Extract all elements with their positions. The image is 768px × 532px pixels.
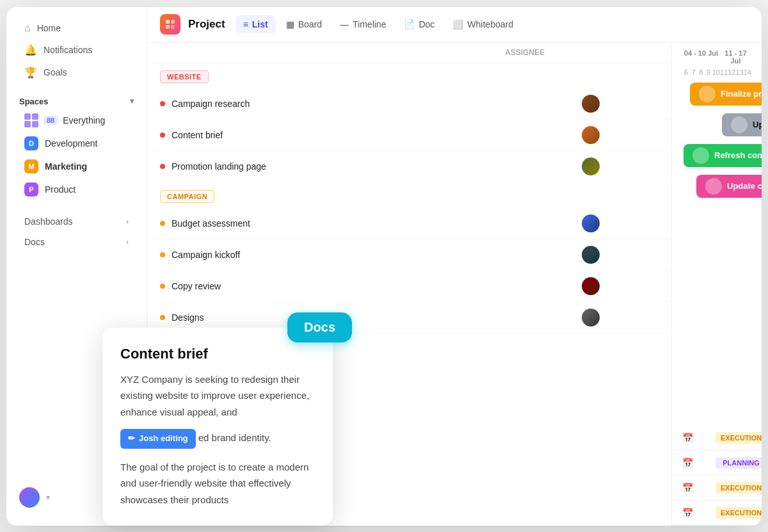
- avatar: [582, 309, 600, 326]
- docs-pill-label: Docs: [304, 320, 335, 334]
- avatar: [582, 246, 600, 264]
- dot-red-icon: [160, 133, 165, 138]
- tab-doc-label: Doc: [419, 19, 435, 29]
- campaign-tag: CAMPAIGN: [160, 190, 214, 203]
- docs-panel: Docs Content brief XYZ Company is seekin…: [102, 328, 333, 526]
- day-10: 10: [712, 67, 720, 77]
- task-label: Promotion landing page: [172, 161, 266, 172]
- top-nav: Project ≡ List ▦ Board — Timeline 📄 Doc …: [147, 7, 762, 43]
- status-badge-execution: EXECUTION: [716, 432, 762, 444]
- calendar-icon: 📅: [682, 483, 705, 493]
- bar-label-1: Finalize project scope: [721, 89, 762, 99]
- product-label: Product: [45, 184, 76, 195]
- gantt-bar-row-3: Refresh company website: [677, 144, 756, 167]
- task-name: Promotion landing page: [160, 161, 582, 172]
- project-title: Project: [188, 18, 225, 31]
- development-label: Development: [45, 138, 98, 149]
- sidebar-item-docs[interactable]: Docs ›: [12, 232, 141, 252]
- status-row-2: 📅 PLANNING ⚑: [672, 451, 762, 476]
- week2-label: 11 - 17 Jul: [720, 49, 751, 65]
- sidebar-notifications-label: Notifications: [44, 45, 92, 55]
- svg-rect-2: [166, 25, 170, 29]
- gantt-bar-row-1: Finalize project scope: [677, 83, 756, 106]
- tab-whiteboard[interactable]: ⬜ Whiteboard: [445, 15, 521, 33]
- day-14: 14: [744, 67, 751, 77]
- tab-whiteboard-label: Whiteboard: [467, 19, 513, 29]
- tab-list[interactable]: ≡ List: [236, 15, 276, 33]
- day-13: 13: [736, 67, 744, 77]
- sidebar-item-product[interactable]: P Product: [12, 178, 141, 201]
- task-name: Budget assessment: [160, 218, 582, 229]
- bar-avatar-1: [699, 86, 716, 102]
- avatar: [582, 157, 600, 175]
- sidebar-goals-label: Goals: [44, 67, 67, 77]
- gantt-bar-contractor: Update contractor agreement: [696, 175, 762, 198]
- bar-label-2: Update key objectives: [753, 120, 762, 129]
- sidebar-item-everything[interactable]: 88 Everything: [12, 109, 141, 132]
- task-name: Campaign research: [160, 99, 582, 109]
- table-row: Campaign research: [147, 88, 671, 120]
- bell-icon: 🔔: [24, 44, 37, 56]
- docs-text-2: ed brand identity.: [198, 432, 271, 443]
- website-tag: WEBSITE: [160, 70, 209, 83]
- task-label: Campaign kickoff: [172, 250, 240, 260]
- task-list-header: ASSIGNEE: [147, 43, 671, 63]
- sidebar-item-development[interactable]: D Development: [12, 132, 141, 155]
- task-label: Designs: [172, 312, 204, 323]
- chevron-down-icon[interactable]: ▾: [130, 97, 134, 106]
- docs-panel-text: XYZ Company is seeking to redesign their…: [120, 371, 315, 508]
- doc-icon: 📄: [404, 19, 415, 29]
- sidebar-item-notifications[interactable]: 🔔 Notifications: [12, 39, 141, 61]
- avatar: [582, 95, 600, 113]
- docs-pill-button[interactable]: Docs: [287, 312, 352, 343]
- spaces-label: Spaces: [19, 97, 49, 106]
- docs-text-1: XYZ Company is seeking to redesign their…: [120, 374, 309, 417]
- section-campaign: CAMPAIGN: [147, 182, 671, 208]
- gantt-days: 6 7 8 9 10 11 12 13 14: [682, 67, 751, 77]
- sidebar-item-marketing[interactable]: M Marketing: [12, 155, 141, 178]
- docs-text-3: The goal of the project is to create a m…: [120, 459, 315, 508]
- week1-label: 04 - 10 Jul: [682, 49, 720, 65]
- avatar: [582, 126, 600, 144]
- sidebar-item-goals[interactable]: 🏆 Goals: [12, 61, 141, 84]
- gantt-bar-finalize: Finalize project scope: [690, 83, 762, 106]
- development-badge: D: [24, 136, 38, 150]
- gantt-date-header: 04 - 10 Jul 11 - 17 Jul 6 7 8 9 10 11 12…: [672, 43, 762, 77]
- sidebar-home-label: Home: [37, 23, 61, 33]
- chevron-right-icon: ›: [126, 217, 129, 226]
- avatar: [582, 214, 600, 232]
- avatar: [582, 277, 600, 295]
- board-icon: ▦: [286, 19, 294, 29]
- status-badge-execution-2: EXECUTION: [716, 482, 762, 494]
- day-8: 8: [697, 67, 705, 77]
- tab-timeline[interactable]: — Timeline: [332, 15, 394, 33]
- docs-nav-label: Docs: [24, 237, 45, 247]
- sidebar-item-dashboards[interactable]: Dashboards ›: [12, 211, 141, 232]
- tab-board[interactable]: ▦ Board: [278, 15, 330, 33]
- dot-orange-icon: [160, 221, 165, 226]
- day-6: 6: [682, 67, 690, 77]
- project-logo: [160, 14, 180, 35]
- status-row-4: 📅 EXECUTION ⚑: [672, 501, 762, 526]
- dot-orange-icon: [160, 252, 165, 257]
- everything-label: Everything: [63, 115, 105, 125]
- svg-rect-0: [166, 20, 170, 24]
- chevron-right-icon-2: ›: [126, 238, 129, 246]
- day-9: 9: [705, 67, 712, 77]
- status-badge-planning: PLANNING: [716, 457, 762, 469]
- sidebar-item-home[interactable]: ⌂ Home: [12, 17, 141, 39]
- day-11: 11: [720, 67, 728, 77]
- tab-doc[interactable]: 📄 Doc: [396, 15, 442, 33]
- day-12: 12: [728, 67, 735, 77]
- task-label: Copy review: [172, 281, 221, 291]
- task-name: Campaign kickoff: [160, 250, 582, 260]
- gantt-bar-update: Update key objectives: [722, 113, 762, 136]
- chevron-down-icon-2[interactable]: ▾: [46, 493, 50, 502]
- bar-label-3: Refresh company website: [714, 150, 762, 160]
- status-row-1: 📅 EXECUTION ⚑: [672, 426, 762, 451]
- tab-timeline-label: Timeline: [353, 19, 386, 29]
- status-rows: 📅 EXECUTION ⚑ 📅 PLANNING ⚑ 📅 E: [672, 426, 762, 526]
- josh-editing-label: Josh editing: [139, 431, 188, 446]
- grid-icon: [24, 113, 38, 127]
- product-badge: P: [24, 182, 38, 197]
